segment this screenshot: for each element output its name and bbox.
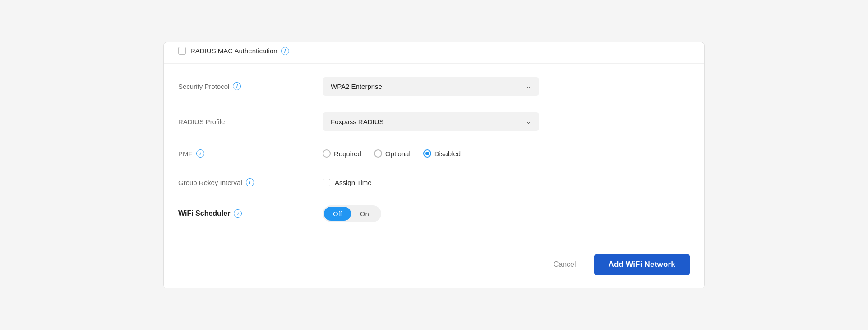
security-protocol-label: Security Protocol i <box>178 82 323 90</box>
assign-time-checkbox[interactable] <box>323 179 330 186</box>
assign-time-label: Assign Time <box>335 179 372 186</box>
wifi-scheduler-label: WiFi Scheduler i <box>178 209 323 218</box>
radius-profile-chevron-icon: ⌄ <box>526 118 531 125</box>
add-wifi-button[interactable]: Add WiFi Network <box>594 254 690 275</box>
group-rekey-label: Group Rekey Interval i <box>178 178 323 186</box>
pmf-required-label: Required <box>334 150 361 158</box>
radius-mac-row: RADIUS MAC Authentication i <box>164 42 704 64</box>
group-rekey-row: Group Rekey Interval i Assign Time <box>178 168 690 197</box>
pmf-required-option[interactable]: Required <box>323 149 361 158</box>
pmf-required-radio[interactable] <box>323 149 331 158</box>
radius-profile-control: Foxpass RADIUS ⌄ <box>323 112 690 131</box>
pmf-optional-label: Optional <box>385 150 411 158</box>
cancel-button[interactable]: Cancel <box>545 256 585 273</box>
group-rekey-info-icon[interactable]: i <box>246 178 254 186</box>
wifi-scheduler-toggle[interactable]: Off On <box>323 205 381 222</box>
security-protocol-control: WPA2 Enterprise ⌄ <box>323 77 690 96</box>
main-card: RADIUS MAC Authentication i Security Pro… <box>163 42 705 288</box>
pmf-disabled-radio[interactable] <box>423 149 431 158</box>
security-protocol-dropdown[interactable]: WPA2 Enterprise ⌄ <box>323 77 539 96</box>
pmf-optional-radio[interactable] <box>374 149 382 158</box>
footer: Cancel Add WiFi Network <box>164 241 704 288</box>
form-body: Security Protocol i WPA2 Enterprise ⌄ RA… <box>164 64 704 241</box>
wifi-scheduler-info-icon[interactable]: i <box>234 209 242 218</box>
security-protocol-value: WPA2 Enterprise <box>331 83 382 90</box>
pmf-radio-group: Required Optional Disabled <box>323 149 461 158</box>
security-protocol-info-icon[interactable]: i <box>233 82 241 90</box>
security-protocol-chevron-icon: ⌄ <box>526 83 531 90</box>
toggle-on-label[interactable]: On <box>351 207 378 221</box>
radius-profile-dropdown[interactable]: Foxpass RADIUS ⌄ <box>323 112 539 131</box>
wifi-scheduler-control: Off On <box>323 205 690 222</box>
pmf-info-icon[interactable]: i <box>196 149 204 158</box>
group-rekey-control: Assign Time <box>323 179 690 186</box>
radius-mac-text: RADIUS MAC Authentication <box>190 47 277 55</box>
security-protocol-row: Security Protocol i WPA2 Enterprise ⌄ <box>178 69 690 104</box>
radius-profile-value: Foxpass RADIUS <box>331 118 384 125</box>
pmf-disabled-option[interactable]: Disabled <box>423 149 461 158</box>
radius-mac-checkbox[interactable] <box>178 47 186 55</box>
pmf-label: PMF i <box>178 149 323 158</box>
assign-time-option[interactable]: Assign Time <box>323 179 372 186</box>
radius-profile-row: RADIUS Profile Foxpass RADIUS ⌄ <box>178 104 690 139</box>
pmf-control: Required Optional Disabled <box>323 149 690 158</box>
radius-mac-info-icon[interactable]: i <box>281 47 289 55</box>
pmf-row: PMF i Required Optional Disabled <box>178 139 690 168</box>
radius-mac-label: RADIUS MAC Authentication i <box>190 47 289 55</box>
wifi-scheduler-row: WiFi Scheduler i Off On <box>178 197 690 230</box>
pmf-disabled-label: Disabled <box>434 150 461 158</box>
radius-profile-label: RADIUS Profile <box>178 118 323 125</box>
pmf-optional-option[interactable]: Optional <box>374 149 411 158</box>
toggle-off-label[interactable]: Off <box>324 207 351 221</box>
